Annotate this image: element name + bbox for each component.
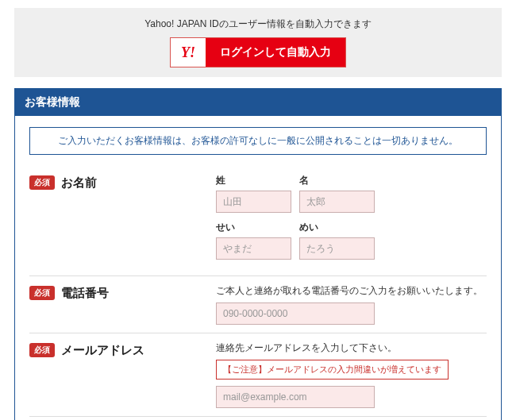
row-mail: 必須 メールアドレス 連絡先メールアドレスを入力して下さい。 【ご注意】メールア… <box>29 333 487 417</box>
privacy-notice: ご入力いただくお客様情報は、お客様の許可なしに一般に公開されることは一切ありませ… <box>29 127 487 155</box>
mei-label: 名 <box>299 174 375 187</box>
required-badge: 必須 <box>29 286 55 300</box>
required-badge: 必須 <box>29 343 55 357</box>
mail-label: メールアドレス <box>61 343 144 358</box>
seikana-input[interactable] <box>216 237 291 260</box>
row-phone: 必須 電話番号 ご本人と連絡が取れる電話番号のご入力をお願いいたします。 <box>29 276 487 333</box>
row-name: 必須 お名前 姓 名 せい <box>29 166 487 276</box>
customer-info-panel: お客様情報 ご入力いただくお客様情報は、お客様の許可なしに一般に公開されることは… <box>14 88 502 420</box>
phone-label: 電話番号 <box>61 286 109 301</box>
yahoo-login-label: ログインして自動入力 <box>206 38 345 67</box>
seikana-label: せい <box>216 221 291 234</box>
meikana-input[interactable] <box>299 237 375 260</box>
sei-label: 姓 <box>216 174 291 187</box>
yahoo-autofill-banner: Yahoo! JAPAN IDのユーザー情報を自動入力できます Y! ログインし… <box>14 8 502 77</box>
sei-input[interactable] <box>216 191 291 213</box>
phone-input[interactable] <box>216 302 375 325</box>
phone-help: ご本人と連絡が取れる電話番号のご入力をお願いいたします。 <box>216 284 487 298</box>
name-label: お名前 <box>61 175 97 191</box>
yahoo-note: Yahoo! JAPAN IDのユーザー情報を自動入力できます <box>24 17 492 31</box>
row-address: 必須 住所 〒 - 住所自動入力 都道府県 都道府県を選択 <box>29 417 487 420</box>
required-badge: 必須 <box>29 175 55 190</box>
panel-title: お客様情報 <box>15 89 501 116</box>
mail-help: 連絡先メールアドレスを入力して下さい。 <box>216 341 487 355</box>
meikana-label: めい <box>299 221 375 234</box>
mail-warning: 【ご注意】メールアドレスの入力間違いが増えています <box>216 360 449 380</box>
mei-input[interactable] <box>299 191 375 213</box>
yahoo-logo-icon: Y! <box>171 38 206 67</box>
mail-input[interactable] <box>216 386 375 408</box>
yahoo-login-button[interactable]: Y! ログインして自動入力 <box>170 37 346 67</box>
